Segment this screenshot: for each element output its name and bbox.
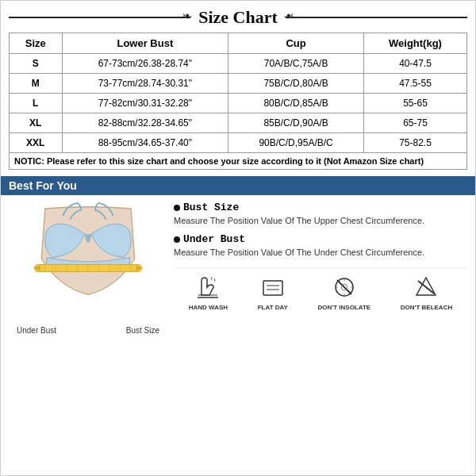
col-weight: Weight(kg) — [364, 33, 467, 54]
bra-illustration — [9, 202, 167, 313]
title-row: Size Chart — [9, 7, 467, 28]
bullet-icon — [174, 236, 180, 243]
bottom-section: Under Bust Bust Size Bust Size Measure T… — [1, 195, 475, 343]
table-row: L77-82cm/30.31-32.28"80B/C/D,85A/B55-65 — [10, 94, 467, 113]
dont-insolate-label: DON'T INSOLATE — [318, 304, 371, 311]
title-line-right — [286, 17, 467, 18]
notice-bold: NOTIC: — [14, 156, 44, 166]
info-item: Under Bust Measure The Position Value Of… — [174, 233, 467, 259]
notice-text: NOTIC: Please refer to this size chart a… — [10, 153, 467, 170]
col-size: Size — [10, 33, 63, 54]
table-row: M73-77cm/28.74-30.31"75B/C/D,80A/B47.5-5… — [10, 74, 467, 94]
best-for-you-header: Best For You — [1, 176, 475, 195]
hand-wash-label: HAND WASH — [189, 304, 228, 311]
title-line-left — [9, 17, 190, 18]
page-container: Size Chart Size Lower Bust Cup Weight(kg… — [0, 0, 476, 476]
info-items: Bust Size Measure The Position Value Of … — [174, 202, 467, 259]
flat-day-icon — [259, 273, 287, 301]
notice-row: NOTIC: Please refer to this size chart a… — [10, 153, 467, 170]
info-text: Measure The Position Value Of The Upper … — [174, 215, 467, 227]
info-heading-text: Bust Size — [183, 202, 239, 213]
table-row: XL82-88cm/32.28-34.65"85B/C/D,90A/B65-75 — [10, 113, 467, 133]
info-heading: Under Bust — [174, 233, 467, 245]
col-cup: Cup — [228, 33, 364, 54]
dont-bleach-label: DON'T BELEACH — [401, 304, 452, 311]
chart-title: Size Chart — [198, 7, 278, 28]
info-heading-text: Under Bust — [183, 233, 245, 245]
hand-wash-icon — [194, 273, 222, 301]
size-chart-section: Size Chart Size Lower Bust Cup Weight(kg… — [1, 1, 475, 173]
svg-line-16 — [337, 280, 351, 294]
bullet-icon — [174, 205, 180, 211]
label-under-bust: Under Bust — [17, 326, 56, 335]
care-icons: HAND WASH FLAT DAY — [174, 267, 467, 311]
table-row: XXL88-95cm/34.65-37.40"90B/C/D,95A/B/C75… — [10, 133, 467, 153]
flat-day-label: FLAT DAY — [258, 304, 288, 311]
care-item-flat-day: FLAT DAY — [258, 273, 288, 311]
care-item-hand-wash: HAND WASH — [189, 273, 228, 311]
col-lower-bust: Lower Bust — [62, 33, 228, 54]
label-bust-size: Bust Size — [126, 326, 159, 335]
svg-rect-12 — [263, 281, 282, 295]
table-header-row: Size Lower Bust Cup Weight(kg) — [10, 33, 467, 54]
info-area: Bust Size Measure The Position Value Of … — [174, 202, 467, 336]
info-text: Measure The Position Value Of The Under … — [174, 247, 467, 259]
info-heading: Bust Size — [174, 202, 467, 213]
illustration-area: Under Bust Bust Size — [9, 202, 167, 336]
size-table: Size Lower Bust Cup Weight(kg) S67-73cm/… — [9, 33, 467, 170]
dont-insolate-icon — [330, 273, 359, 301]
care-item-dont-bleach: DON'T BELEACH — [401, 273, 452, 311]
care-item-dont-insolate: DON'T INSOLATE — [318, 273, 371, 311]
info-item: Bust Size Measure The Position Value Of … — [174, 202, 467, 227]
table-row: S67-73cm/26.38-28.74"70A/B/C,75A/B40-47.… — [10, 54, 467, 74]
dont-bleach-icon — [412, 273, 440, 301]
